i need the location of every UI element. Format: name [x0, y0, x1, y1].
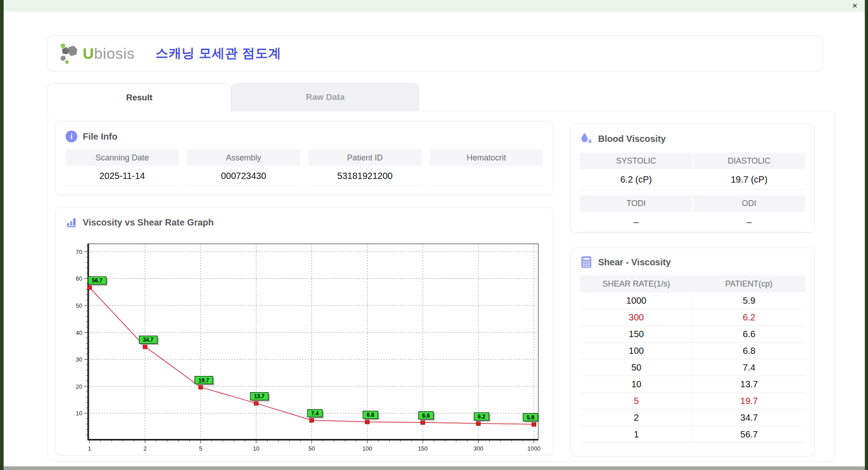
svg-text:2: 2	[143, 445, 146, 452]
svg-text:19.7: 19.7	[198, 377, 209, 384]
shear-col-rate: SHEAR RATE(1/s)	[580, 275, 693, 292]
blood-viscosity-table: SYSTOLIC DIASTOLIC 6.2 (cP) 19.7 (cP) TO…	[580, 153, 805, 232]
viscosity-chart: 102030405060701251050100150300100056.734…	[70, 239, 553, 457]
svg-text:10: 10	[76, 410, 82, 417]
shear-col-patient: PATIENT(cp)	[693, 275, 805, 292]
graph-title: Viscosity vs Shear Rate Graph	[83, 217, 214, 228]
svg-text:300: 300	[473, 445, 483, 452]
field-value: 000723430	[187, 166, 301, 186]
tab-result[interactable]: Result	[47, 83, 231, 112]
svg-text:13.7: 13.7	[254, 393, 265, 400]
field-value	[430, 166, 543, 186]
droplet-icon	[580, 132, 593, 146]
brand-logo: Ubiosis	[58, 42, 135, 65]
field-header: Scanning Date	[66, 150, 179, 166]
svg-text:6.6: 6.6	[422, 413, 430, 419]
file-info-title: File Info	[83, 132, 118, 142]
svg-text:30: 30	[76, 356, 82, 363]
file-info-table: Scanning DateAssemblyPatient IDHematocri…	[66, 150, 543, 186]
brand-wordmark: Ubiosis	[83, 45, 135, 62]
table-row: 1006.8	[580, 343, 805, 359]
close-button[interactable]: ✕	[852, 2, 858, 10]
graph-card: Viscosity vs Shear Rate Graph 1020304050…	[55, 207, 553, 456]
field-header: Assembly	[187, 150, 301, 166]
svg-text:10: 10	[253, 445, 259, 452]
bv-header-odi: ODI	[693, 195, 805, 212]
field-header: Patient ID	[308, 150, 422, 166]
bv-header-todi: TODI	[580, 195, 692, 212]
svg-text:150: 150	[418, 445, 428, 452]
calculator-icon	[580, 255, 593, 269]
table-row: 519.7	[580, 393, 805, 409]
bv-value-todi: –	[580, 212, 692, 232]
table-row: 156.7	[580, 426, 805, 443]
shear-table: SHEAR RATE(1/s) PATIENT(cp) 10005.93006.…	[580, 275, 805, 443]
shear-viscosity-card: Shear - Viscosity SHEAR RATE(1/s) PATIEN…	[571, 248, 815, 456]
blood-viscosity-title: Blood Viscosity	[598, 134, 666, 144]
title-bar: ✕	[4, 0, 865, 12]
page-title: 스캐닝 모세관 점도계	[156, 45, 282, 62]
bv-value-odi: –	[693, 212, 805, 232]
bv-header-diastolic: DIASTOLIC	[693, 153, 805, 169]
svg-text:60: 60	[76, 275, 82, 282]
svg-text:70: 70	[76, 249, 82, 255]
svg-text:6.8: 6.8	[367, 412, 374, 418]
svg-text:5: 5	[199, 445, 202, 452]
table-row: 10005.9	[580, 292, 805, 309]
table-row: 507.4	[580, 359, 805, 376]
svg-text:1: 1	[88, 445, 91, 452]
brand-rest: biosis	[94, 45, 135, 62]
svg-text:20: 20	[76, 383, 82, 390]
field-value: 2025-11-14	[66, 166, 179, 186]
table-row: 1506.6	[580, 326, 805, 343]
bv-header-systolic: SYSTOLIC	[580, 153, 692, 169]
ubiosis-logo-icon	[58, 42, 80, 65]
svg-text:1000: 1000	[528, 445, 541, 452]
field-header: Hematocrit	[430, 150, 543, 166]
field-value: 53181921200	[308, 166, 422, 186]
bv-value-systolic: 6.2 (cP)	[580, 169, 692, 190]
bv-value-diastolic: 19.7 (cP)	[693, 169, 805, 190]
brand-u: U	[83, 45, 94, 62]
svg-text:50: 50	[76, 302, 82, 309]
table-row: 234.7	[580, 409, 805, 426]
shear-viscosity-title: Shear - Viscosity	[598, 257, 671, 268]
svg-text:100: 100	[363, 445, 373, 452]
svg-text:7.4: 7.4	[311, 410, 319, 417]
info-icon: i	[66, 131, 77, 142]
svg-text:34.7: 34.7	[143, 337, 154, 343]
taskbar-edge	[4, 466, 865, 470]
svg-text:50: 50	[308, 445, 315, 452]
logo-header-card: Ubiosis 스캐닝 모세관 점도계	[47, 35, 823, 71]
svg-text:56.7: 56.7	[92, 277, 103, 284]
tab-raw-data[interactable]: Raw Data	[231, 83, 419, 111]
file-info-card: i File Info Scanning DateAssemblyPatient…	[55, 121, 553, 195]
app-window: ✕ Ubiosis 스캐닝 모세관 점도계 Result Raw Data i …	[4, 0, 865, 466]
svg-text:5.9: 5.9	[527, 414, 534, 421]
svg-text:40: 40	[76, 329, 82, 336]
shear-table-header: SHEAR RATE(1/s) PATIENT(cp)	[580, 275, 805, 292]
table-row: 3006.2	[580, 309, 805, 326]
svg-text:6.2: 6.2	[478, 414, 486, 420]
blood-viscosity-card: Blood Viscosity SYSTOLIC DIASTOLIC 6.2 (…	[571, 123, 815, 233]
table-row: 1013.7	[580, 376, 805, 393]
bar-chart-icon	[66, 216, 77, 228]
